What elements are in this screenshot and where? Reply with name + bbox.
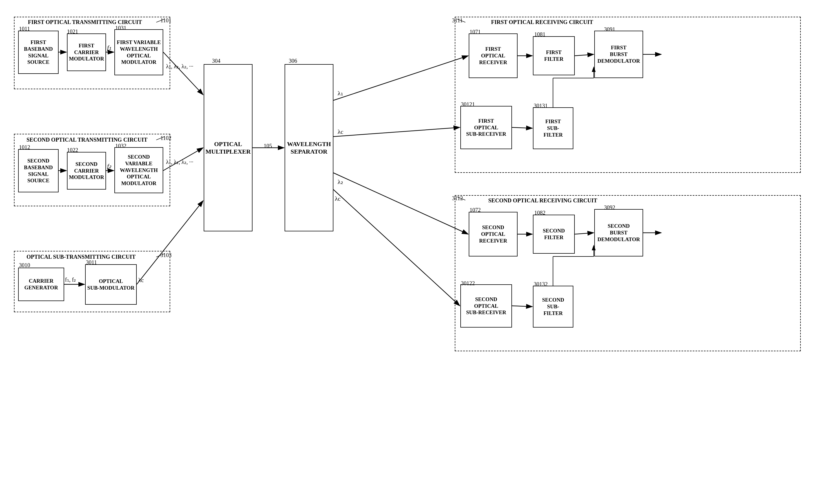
ref-3103: 3103 <box>160 252 171 258</box>
second-filter-block: SECOND FILTER <box>533 215 575 254</box>
ref-1011: 1011 <box>19 26 30 32</box>
ref-3111: 3111 <box>452 17 463 24</box>
second-carrier-mod-block: SECOND CARRIER MODULATOR <box>67 152 106 190</box>
ref-30131: 30131 <box>534 103 548 109</box>
ref-1021: 1021 <box>67 28 78 35</box>
first-baseband-block: FIRST BASEBAND SIGNAL SOURCE <box>18 31 59 74</box>
ref-306: 306 <box>289 58 297 64</box>
svg-text:λc: λc <box>338 128 344 135</box>
first-rx-circuit-label: FIRST OPTICAL RECEIVING CIRCUIT <box>491 19 593 25</box>
ref-1022: 1022 <box>67 147 78 153</box>
ref-1071: 1071 <box>470 29 481 35</box>
ref-3112: 3112 <box>452 195 463 202</box>
second-opt-sub-rx-block: SECOND OPTICAL SUB-RECEIVER <box>460 284 512 328</box>
second-burst-demod-block: SECOND BURST DEMODULATOR <box>594 209 643 256</box>
second-vw-mod-block: SECOND VARIABLE WAVELENGTH OPTICAL MODUL… <box>114 147 163 193</box>
second-tx-circuit-label: SECOND OPTICAL TRANSMITTING CIRCUIT <box>26 137 147 143</box>
svg-line-19 <box>333 127 460 137</box>
first-optical-rx-block: FIRST OPTICAL RECEIVER <box>469 33 517 78</box>
ref-3091: 3091 <box>604 26 615 33</box>
ref-1072: 1072 <box>470 207 481 213</box>
optical-sub-tx-circuit-label: OPTICAL SUB-TRANSMITTING CIRCUIT <box>26 254 135 260</box>
second-optical-rx-block: SECOND OPTICAL RECEIVER <box>469 212 517 256</box>
ref-1102: 1102 <box>160 135 171 141</box>
second-baseband-block: SECOND BASEBAND SIGNAL SOURCE <box>18 149 59 192</box>
ref-3011: 3011 <box>86 259 97 266</box>
ref-30132: 30132 <box>534 281 548 287</box>
wavelength-sep-block: WAVELENGTH SEPARATOR <box>285 64 333 231</box>
ref-3092: 3092 <box>604 204 615 211</box>
first-filter-block: FIRST FILTER <box>533 36 575 75</box>
ref-105: 105 <box>264 143 272 149</box>
second-rx-circuit-label: SECOND OPTICAL RECEIVING CIRCUIT <box>488 197 597 204</box>
optical-sub-mod-block: OPTICAL SUB-MODULATOR <box>85 264 137 305</box>
svg-text:λ₁: λ₁ <box>338 90 343 97</box>
optical-mux-block: OPTICAL MULTIPLEXER <box>204 64 253 231</box>
ref-1081: 1081 <box>534 31 545 38</box>
ref-1031: 1031 <box>115 25 126 31</box>
svg-text:λc: λc <box>335 195 341 202</box>
first-sub-filter-block: FIRST SUB- FILTER <box>533 107 573 149</box>
ref-1012: 1012 <box>19 144 30 151</box>
ref-30122: 30122 <box>461 280 475 287</box>
svg-line-21 <box>333 173 468 234</box>
ref-304: 304 <box>212 58 221 64</box>
ref-30121: 30121 <box>461 101 475 108</box>
first-vw-mod-block: FIRST VARIABLE WAVELENGTH OPTICAL MODULA… <box>114 29 163 75</box>
ref-1032: 1032 <box>115 143 126 149</box>
second-sub-filter-block: SECOND SUB- FILTER <box>533 286 573 328</box>
first-burst-demod-block: FIRST BURST DEMODULATOR <box>594 31 643 78</box>
ref-1101: 1101 <box>160 17 171 24</box>
svg-line-23 <box>333 190 460 306</box>
first-tx-circuit-label: FIRST OPTICAL TRANSMITTING CIRCUIT <box>28 19 142 25</box>
svg-line-17 <box>333 56 468 100</box>
first-carrier-mod-block: FIRST CARRIER MODULATOR <box>67 33 106 71</box>
ref-3010: 3010 <box>19 262 30 268</box>
first-opt-sub-rx-block: FIRST OPTICAL SUB-RECEIVER <box>460 106 512 149</box>
ref-1082: 1082 <box>534 210 545 216</box>
svg-text:λ₂: λ₂ <box>338 178 343 185</box>
carrier-gen-block: CARRIER GENERATOR <box>18 268 64 301</box>
